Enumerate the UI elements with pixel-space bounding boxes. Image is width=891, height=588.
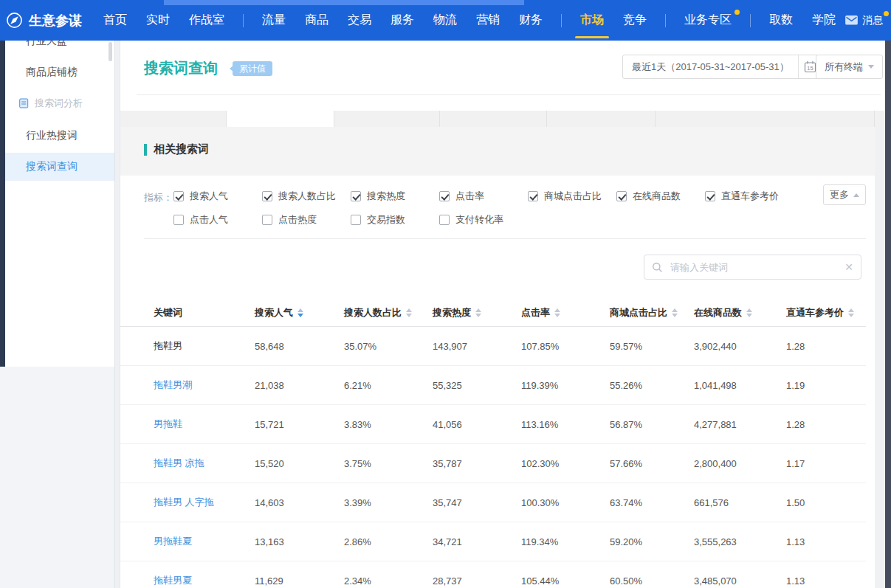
cell-keyword[interactable]: 拖鞋男潮 <box>154 378 255 392</box>
sort-up-arrow <box>848 308 854 312</box>
metric-label: 搜索人数占比 <box>278 190 336 203</box>
checkbox-icon <box>262 215 272 225</box>
cell-keyword[interactable]: 拖鞋男 凉拖 <box>154 457 255 470</box>
cell-online-products: 3,902,440 <box>694 341 786 352</box>
metric-checkbox-search-popularity[interactable]: 搜索人气 <box>173 186 228 207</box>
cell-search-popularity: 11,629 <box>255 575 344 587</box>
messages-button[interactable]: 消息 <box>845 14 883 27</box>
search-input[interactable] <box>669 261 839 274</box>
checkbox-icon <box>705 191 715 201</box>
sort-down-arrow <box>746 314 752 317</box>
nav-item-data-fetch[interactable]: 取数 <box>760 0 802 41</box>
metric-checkbox-online-products[interactable]: 在线商品数 <box>616 186 681 207</box>
nav-item-label: 财务 <box>519 13 543 28</box>
nav-item-label: 物流 <box>433 13 457 28</box>
notification-dot <box>884 11 889 16</box>
cell-mall-click-ratio: 59.57% <box>610 341 694 352</box>
cell-ztc-ref-price: 1.19 <box>786 380 866 391</box>
nav-item-traffic[interactable]: 流量 <box>252 0 295 41</box>
cell-online-products: 4,277,881 <box>694 419 786 430</box>
cell-search-popularity: 14,603 <box>255 497 344 508</box>
nav-item-competition[interactable]: 竞争 <box>613 0 656 41</box>
chevron-up-icon <box>853 193 859 197</box>
cell-search-popularity: 13,163 <box>255 536 344 547</box>
tab-2[interactable] <box>334 111 440 127</box>
cell-mall-click-ratio: 59.20% <box>610 536 694 547</box>
tab-5[interactable] <box>656 111 875 127</box>
nav-item-label: 首页 <box>103 13 127 28</box>
nav-item-business-zone[interactable]: 业务专区 <box>675 0 741 41</box>
sidebar-item-product-shop-rank[interactable]: 商品店铺榜 <box>0 63 114 82</box>
nav-item-realtime[interactable]: 实时 <box>137 0 179 41</box>
sort-icon-ztc-ref-price[interactable] <box>848 308 854 317</box>
column-header-click-rate: 点击率 <box>521 306 610 319</box>
cell-keyword[interactable]: 男拖鞋 <box>154 418 255 431</box>
cell-keyword[interactable]: 拖鞋男 人字拖 <box>154 496 255 509</box>
checkbox-icon <box>439 191 450 201</box>
sort-icon-online-products[interactable] <box>746 308 752 317</box>
cell-click-rate: 113.16% <box>521 419 610 430</box>
compass-logo-icon <box>6 12 23 29</box>
nav-item-war-room[interactable]: 作战室 <box>179 0 234 41</box>
metric-checkbox-pay-conversion[interactable]: 支付转化率 <box>439 210 503 230</box>
tab-1[interactable] <box>227 111 334 127</box>
metric-checkbox-search-user-ratio[interactable]: 搜索人数占比 <box>262 186 336 207</box>
checkbox-icon <box>616 191 627 201</box>
cell-keyword[interactable]: 拖鞋男夏 <box>154 574 255 587</box>
sidebar-item-search-word-query[interactable]: 搜索词查询 <box>0 153 114 181</box>
metric-checkbox-mall-click-ratio[interactable]: 商城点击占比 <box>528 186 602 207</box>
sidebar-item-search-word-analysis: 搜索词分析 <box>0 94 114 113</box>
more-button[interactable]: 更多 <box>823 184 866 205</box>
table-header: 关键词搜索人气搜索人数占比搜索热度点击率商城点击占比在线商品数直通车参考价 <box>120 299 866 327</box>
metric-checkbox-trade-index[interactable]: 交易指数 <box>351 210 405 230</box>
sort-icon-search-heat[interactable] <box>475 308 481 317</box>
date-range-picker[interactable]: 最近1天（2017-05-31~2017-05-31） 15 <box>622 55 823 79</box>
cell-search-heat: 143,907 <box>433 341 521 352</box>
tab-0[interactable] <box>120 111 227 127</box>
nav-item-product[interactable]: 商品 <box>295 0 338 41</box>
metric-checkbox-click-heat[interactable]: 点击热度 <box>262 210 317 230</box>
nav-item-logistics[interactable]: 物流 <box>424 0 467 41</box>
nav-item-service[interactable]: 服务 <box>381 0 424 41</box>
tab-3[interactable] <box>440 111 547 127</box>
cell-search-heat: 28,737 <box>433 575 521 587</box>
nav-item-trade[interactable]: 交易 <box>338 0 381 41</box>
terminal-dropdown[interactable]: 所有终端 <box>816 55 883 79</box>
nav-item-market[interactable]: 市场 <box>571 0 613 41</box>
sort-icon-click-rate[interactable] <box>554 308 560 317</box>
brand[interactable]: 生意参谋 <box>6 12 82 30</box>
clear-search-icon[interactable]: ✕ <box>844 262 853 272</box>
table-row-6: 拖鞋男夏11,6292.34%28,737105.44%60.50%3,485,… <box>120 561 866 588</box>
nav-item-home[interactable]: 首页 <box>94 0 137 41</box>
nav-item-marketing[interactable]: 营销 <box>467 0 509 41</box>
cell-search-heat: 35,747 <box>433 497 521 508</box>
page-scrollbar[interactable] <box>885 41 891 588</box>
column-label: 搜索人气 <box>255 306 293 319</box>
metric-label: 点击人气 <box>190 213 228 226</box>
cell-search-heat: 35,787 <box>433 458 521 469</box>
sort-icon-mall-click-ratio[interactable] <box>672 308 678 317</box>
tab-strip-filler <box>875 111 885 127</box>
sort-up-arrow <box>672 308 678 312</box>
metric-checkbox-click-rate[interactable]: 点击率 <box>439 186 484 207</box>
metric-checkbox-click-popularity[interactable]: 点击人气 <box>173 210 228 230</box>
tab-4[interactable] <box>547 111 656 127</box>
sort-icon-search-user-ratio[interactable] <box>406 308 412 317</box>
metric-checkbox-ztc-ref-price[interactable]: 直通车参考价 <box>705 186 779 207</box>
cell-search-user-ratio: 35.07% <box>344 341 433 352</box>
nav-item-finance[interactable]: 财务 <box>509 0 552 41</box>
nav-item-label: 服务 <box>391 13 414 28</box>
cell-search-popularity: 15,721 <box>255 419 344 430</box>
cell-search-user-ratio: 2.86% <box>344 536 433 547</box>
metric-label: 搜索人气 <box>190 190 228 203</box>
metric-checkbox-search-heat[interactable]: 搜索热度 <box>351 186 405 207</box>
nav-item-academy[interactable]: 学院 <box>802 0 845 41</box>
nav-divider <box>750 14 751 27</box>
cell-search-heat: 34,721 <box>433 536 521 547</box>
cell-search-heat: 41,056 <box>433 419 521 430</box>
cell-search-popularity: 15,520 <box>255 458 344 469</box>
nav-divider <box>665 14 666 27</box>
cell-keyword[interactable]: 男拖鞋夏 <box>154 535 255 548</box>
sort-icon-search-popularity[interactable] <box>297 308 303 317</box>
sidebar-item-industry-hot-words[interactable]: 行业热搜词 <box>0 126 114 145</box>
